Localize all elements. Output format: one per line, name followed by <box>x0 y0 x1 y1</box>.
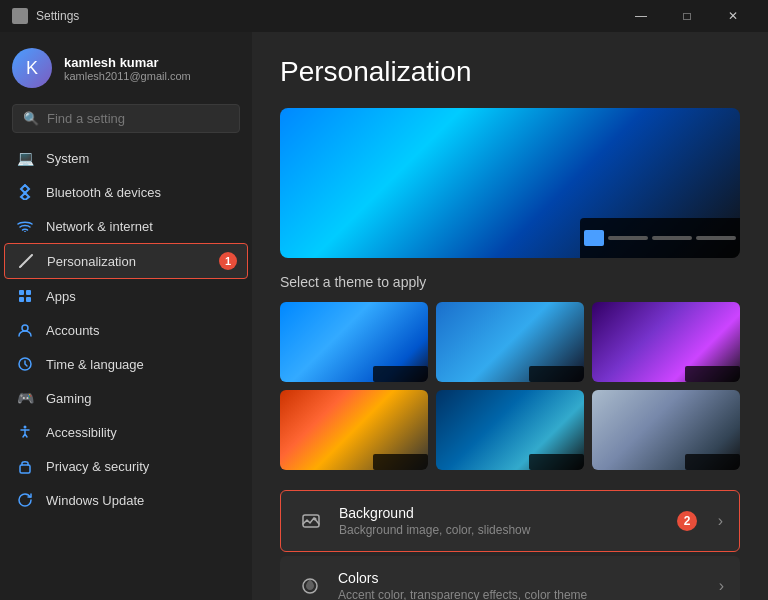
update-icon <box>16 491 34 509</box>
user-email: kamlesh2011@gmail.com <box>64 70 191 82</box>
theme-thumb-6[interactable] <box>592 390 740 470</box>
app-icon <box>12 8 28 24</box>
privacy-icon <box>16 457 34 475</box>
bluetooth-label: Bluetooth & devices <box>46 185 161 200</box>
gaming-icon: 🎮 <box>16 389 34 407</box>
title-bar-text: Settings <box>36 9 618 23</box>
personalization-label: Personalization <box>47 254 136 269</box>
time-icon <box>16 355 34 373</box>
preview-bar3 <box>696 236 736 240</box>
personalization-badge: 1 <box>219 252 237 270</box>
nav-item-bluetooth[interactable]: Bluetooth & devices <box>4 175 248 209</box>
svg-rect-4 <box>26 297 31 302</box>
background-subtitle: Background image, color, slideshow <box>339 523 704 537</box>
thumb-taskbar-2 <box>529 366 584 382</box>
settings-list: Background Background image, color, slid… <box>280 490 740 600</box>
preview-start <box>584 230 604 246</box>
nav-item-accessibility[interactable]: Accessibility <box>4 415 248 449</box>
gaming-label: Gaming <box>46 391 92 406</box>
thumb-taskbar-1 <box>373 366 428 382</box>
title-bar: Settings — □ ✕ <box>0 0 768 32</box>
settings-item-colors[interactable]: Colors Accent color, transparency effect… <box>280 556 740 600</box>
nav-item-personalization[interactable]: Personalization 1 <box>4 243 248 279</box>
thumb-taskbar-5 <box>529 454 584 470</box>
user-profile[interactable]: K kamlesh kumar kamlesh2011@gmail.com <box>0 32 252 104</box>
preview-bar1 <box>608 236 648 240</box>
settings-window: Settings — □ ✕ K kamlesh kumar kamlesh20… <box>0 0 768 600</box>
svg-point-7 <box>24 426 27 429</box>
update-label: Windows Update <box>46 493 144 508</box>
network-label: Network & internet <box>46 219 153 234</box>
svg-point-10 <box>314 518 317 521</box>
bluetooth-icon <box>16 183 34 201</box>
svg-rect-2 <box>26 290 31 295</box>
thumb-taskbar-4 <box>373 454 428 470</box>
background-title: Background <box>339 505 704 521</box>
system-label: System <box>46 151 89 166</box>
search-input[interactable] <box>47 111 229 126</box>
main-panel: Personalization Select a theme to apply <box>252 32 768 600</box>
sidebar: K kamlesh kumar kamlesh2011@gmail.com 🔍 … <box>0 32 252 600</box>
maximize-button[interactable]: □ <box>664 0 710 32</box>
colors-chevron: › <box>719 577 724 595</box>
preview-bar2 <box>652 236 692 240</box>
apps-icon <box>16 287 34 305</box>
main-content: K kamlesh kumar kamlesh2011@gmail.com 🔍 … <box>0 32 768 600</box>
settings-item-background[interactable]: Background Background image, color, slid… <box>280 490 740 552</box>
theme-preview <box>280 108 740 258</box>
theme-grid <box>280 302 740 470</box>
svg-rect-3 <box>19 297 24 302</box>
svg-point-0 <box>24 231 26 232</box>
background-icon <box>297 507 325 535</box>
background-text: Background Background image, color, slid… <box>339 505 704 537</box>
search-icon: 🔍 <box>23 111 39 126</box>
theme-thumb-1[interactable] <box>280 302 428 382</box>
background-badge: 2 <box>677 511 697 531</box>
minimize-button[interactable]: — <box>618 0 664 32</box>
preview-taskbar <box>580 218 740 258</box>
avatar: K <box>12 48 52 88</box>
theme-thumb-4[interactable] <box>280 390 428 470</box>
colors-subtitle: Accent color, transparency effects, colo… <box>338 588 705 600</box>
nav-item-apps[interactable]: Apps <box>4 279 248 313</box>
accounts-icon <box>16 321 34 339</box>
svg-rect-1 <box>19 290 24 295</box>
thumb-taskbar-6 <box>685 454 740 470</box>
nav-item-network[interactable]: Network & internet <box>4 209 248 243</box>
search-box[interactable]: 🔍 <box>12 104 240 133</box>
theme-thumb-2[interactable] <box>436 302 584 382</box>
nav-item-accounts[interactable]: Accounts <box>4 313 248 347</box>
accounts-label: Accounts <box>46 323 99 338</box>
select-theme-label: Select a theme to apply <box>280 274 740 290</box>
close-button[interactable]: ✕ <box>710 0 756 32</box>
apps-label: Apps <box>46 289 76 304</box>
time-label: Time & language <box>46 357 144 372</box>
nav-item-system[interactable]: 💻 System <box>4 141 248 175</box>
svg-rect-8 <box>20 465 30 473</box>
theme-thumb-5[interactable] <box>436 390 584 470</box>
user-name: kamlesh kumar <box>64 55 191 70</box>
accessibility-icon <box>16 423 34 441</box>
personalization-icon <box>17 252 35 270</box>
accessibility-label: Accessibility <box>46 425 117 440</box>
colors-icon <box>296 572 324 600</box>
nav-item-privacy[interactable]: Privacy & security <box>4 449 248 483</box>
theme-thumb-3[interactable] <box>592 302 740 382</box>
nav-item-time[interactable]: Time & language <box>4 347 248 381</box>
system-icon: 💻 <box>16 149 34 167</box>
svg-point-5 <box>22 325 28 331</box>
nav-item-gaming[interactable]: 🎮 Gaming <box>4 381 248 415</box>
window-controls: — □ ✕ <box>618 0 756 32</box>
nav-item-update[interactable]: Windows Update <box>4 483 248 517</box>
colors-title: Colors <box>338 570 705 586</box>
user-info: kamlesh kumar kamlesh2011@gmail.com <box>64 55 191 82</box>
colors-text: Colors Accent color, transparency effect… <box>338 570 705 600</box>
privacy-label: Privacy & security <box>46 459 149 474</box>
network-icon <box>16 217 34 235</box>
background-chevron: › <box>718 512 723 530</box>
thumb-taskbar-3 <box>685 366 740 382</box>
page-title: Personalization <box>280 56 740 88</box>
